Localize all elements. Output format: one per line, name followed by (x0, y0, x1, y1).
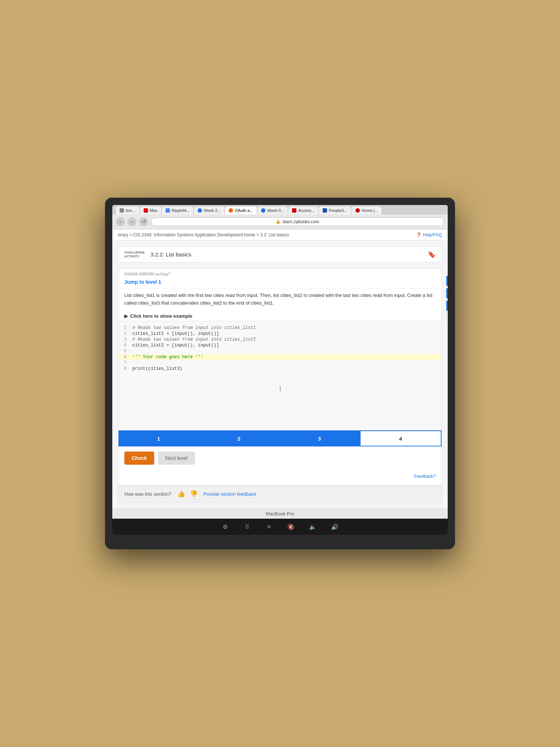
browser-toolbar: ‹ › ↺ 🔒 learn.zybooks.com (112, 214, 448, 229)
code-line-8: 8 print(cities_list3) (118, 366, 442, 372)
level-navigation: 1 2 3 4 (118, 430, 442, 446)
line-num-2: 2 (118, 331, 129, 336)
challenge-label-line2: ACTIVITY (124, 255, 145, 259)
feedback-icons: 👍 👎 (177, 490, 198, 498)
code-line-1: 1 # Reads two values from input into cit… (118, 325, 442, 331)
tab-label-ripple: RippleM... (172, 208, 190, 213)
thumbs-up-icon[interactable]: 👍 (177, 490, 185, 498)
favicon-week2 (198, 208, 202, 213)
check-button[interactable]: Check (124, 452, 154, 465)
level-tab-1[interactable]: 1 (118, 430, 199, 446)
address-bar[interactable]: 🔒 learn.zybooks.com (151, 217, 444, 226)
code-line-2: 2 cities_list1 = [input(), input()] (118, 331, 442, 337)
jump-to-level[interactable]: Jump to level 1 (118, 278, 442, 289)
tab-home[interactable]: Home |... (352, 206, 381, 214)
line-content-8: print(cities_list3) (129, 366, 442, 371)
taskbar: ⚙ ⠿ ≡ 🔇 🔈 🔊 (112, 519, 448, 535)
next-level-button[interactable]: Next level (158, 452, 195, 465)
tab-peoples[interactable]: PeopleS... (319, 206, 351, 214)
browser-tabs: tion... Max RippleM... Week 2... OAuth a… (112, 205, 448, 214)
screen: tion... Max RippleM... Week 2... OAuth a… (112, 205, 448, 535)
taskbar-mute-icon[interactable]: 🔇 (285, 522, 296, 531)
macbook-label: MacBook Pro (266, 511, 294, 516)
line-content-3: # Reads two values from input into citie… (129, 337, 442, 342)
back-button[interactable]: ‹ (116, 217, 125, 226)
browser-chrome: tion... Max RippleM... Week 2... OAuth a… (112, 205, 448, 229)
favicon-week0 (261, 208, 265, 213)
side-indicator-1[interactable]: ✓ (446, 276, 448, 286)
taskbar-list-icon[interactable]: ≡ (264, 522, 275, 531)
line-content-6: ''' Your code goes here ''' (129, 355, 442, 360)
activity-wrapper: 546646.4060496.qx3zqy7 Jump to level 1 L… (118, 268, 442, 503)
thumbs-down-icon[interactable]: 👎 (190, 490, 198, 498)
favicon-ripple (166, 208, 170, 213)
triangle-icon: ▶ (124, 313, 128, 319)
taskbar-volume-low-icon[interactable]: 🔈 (307, 522, 318, 531)
action-bar: Check Next level (118, 446, 442, 470)
tab-label-access: Access... (298, 208, 315, 213)
tab-week0[interactable]: Week 0... (257, 206, 288, 214)
code-line-6[interactable]: 6 ''' Your code goes here ''' (118, 354, 442, 360)
line-num-8: 8 (118, 366, 129, 371)
side-indicator-4[interactable]: 4 (446, 313, 448, 323)
level-tab-4[interactable]: 4 (360, 430, 442, 446)
code-line-5: 5 (118, 348, 442, 354)
line-num-7: 7 (118, 360, 129, 365)
laptop-frame: tion... Max RippleM... Week 2... OAuth a… (105, 198, 455, 550)
url-text: learn.zybooks.com (283, 219, 319, 224)
bookmark-icon[interactable]: 🔖 (428, 251, 436, 259)
feedback-area: Feedback? (118, 470, 442, 485)
line-num-5: 5 (118, 349, 129, 354)
tab-oauth[interactable]: OAuth a... (225, 206, 257, 214)
challenge-label-line1: CHALLENGE (124, 251, 145, 255)
main-content: CHALLENGE ACTIVITY 3.2.2: List basics. 🔖… (112, 241, 448, 509)
help-faq-link[interactable]: ❓ Help/FAQ (416, 232, 442, 237)
taskbar-grid-icon[interactable]: ⠿ (242, 522, 253, 531)
description: List cities_list1 is created with the fi… (118, 289, 442, 311)
refresh-button[interactable]: ↺ (139, 217, 148, 226)
text-cursor (280, 386, 280, 391)
favicon-peoples (323, 208, 327, 213)
tab-label-oauth: OAuth a... (235, 208, 253, 213)
side-indicator-2[interactable]: ✓ (446, 288, 448, 298)
provide-feedback-link[interactable]: Provide section feedback (203, 491, 256, 497)
tab-label-tion: tion... (126, 208, 136, 213)
side-indicators: ✓ ✓ ✓ 4 (446, 276, 448, 323)
line-content-4: cities_list2 = [input(), input()] (129, 343, 442, 348)
level-tab-2[interactable]: 2 (199, 430, 280, 446)
code-editor[interactable]: 1 # Reads two values from input into cit… (118, 321, 442, 430)
tab-week2[interactable]: Week 2... (194, 206, 224, 214)
tab-label-week0: Week 0... (267, 208, 284, 213)
favicon-access (292, 208, 296, 213)
level-id: 546646.4060496.qx3zqy7 (118, 269, 442, 278)
section-feedback-label: How was this section? (124, 491, 171, 497)
breadcrumb-text: brary > CIS 2348: Information Systems Ap… (118, 232, 289, 237)
forward-button[interactable]: › (128, 217, 136, 226)
help-label: Help/FAQ (423, 232, 442, 237)
tab-tion[interactable]: tion... (116, 206, 139, 214)
code-line-3: 3 # Reads two values from input into cit… (118, 337, 442, 342)
tab-access[interactable]: Access... (288, 206, 318, 214)
tab-ripple[interactable]: RippleM... (162, 206, 194, 214)
feedback-link[interactable]: Feedback? (414, 474, 436, 479)
question-icon: ❓ (416, 232, 421, 237)
line-num-4: 4 (118, 343, 129, 348)
activity-area: 546646.4060496.qx3zqy7 Jump to level 1 L… (118, 268, 442, 503)
side-indicator-3[interactable]: ✓ (446, 301, 448, 311)
favicon-home (355, 208, 360, 213)
section-feedback-bar: How was this section? 👍 👎 Provide sectio… (118, 485, 442, 502)
macbook-bar: MacBook Pro (112, 508, 448, 519)
challenge-label-block: CHALLENGE ACTIVITY (124, 251, 145, 259)
tab-max[interactable]: Max (140, 206, 161, 214)
taskbar-settings-icon[interactable]: ⚙ (220, 522, 231, 531)
tab-label-week2: Week 2... (204, 208, 221, 213)
line-num-6: 6 (118, 355, 129, 360)
line-content-2: cities_list1 = [input(), input()] (129, 331, 442, 336)
level-tab-3[interactable]: 3 (279, 430, 360, 446)
code-line-4: 4 cities_list2 = [input(), input()] (118, 342, 442, 348)
show-example-toggle[interactable]: ▶ Click here to show example (118, 311, 442, 321)
tab-label-max: Max (150, 208, 158, 213)
favicon-oauth (229, 208, 233, 213)
line-num-3: 3 (118, 337, 129, 342)
taskbar-volume-high-icon[interactable]: 🔊 (329, 522, 340, 531)
